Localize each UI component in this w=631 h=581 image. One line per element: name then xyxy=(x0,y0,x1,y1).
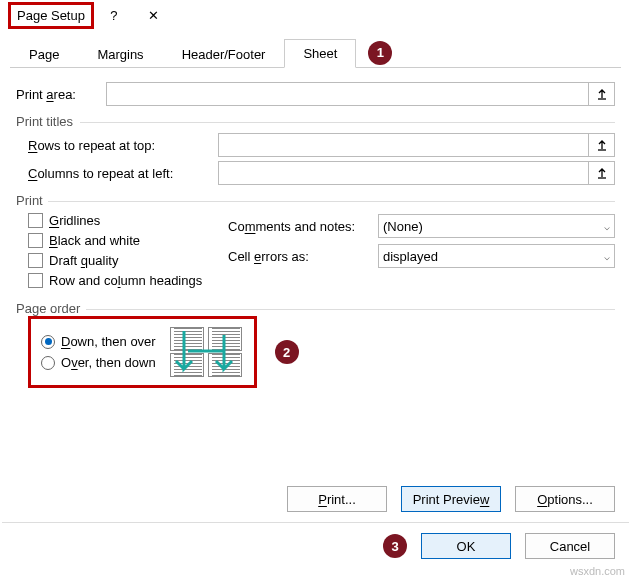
annotation-badge-1: 1 xyxy=(368,41,392,65)
row-col-headings-label: Row and column headings xyxy=(49,273,202,288)
cell-errors-label: Cell errors as: xyxy=(228,249,378,264)
draft-quality-checkbox[interactable] xyxy=(28,253,43,268)
cols-repeat-range-picker[interactable] xyxy=(589,161,615,185)
range-arrow-icon xyxy=(596,139,608,151)
cell-errors-select[interactable]: displayed ⌵ xyxy=(378,244,615,268)
over-then-down-label: Over, then down xyxy=(61,355,156,370)
comments-select[interactable]: (None) ⌵ xyxy=(378,214,615,238)
gridlines-label: Gridlines xyxy=(49,213,100,228)
page-order-legend: Page order xyxy=(16,301,615,316)
rows-repeat-label: Rows to repeat at top: xyxy=(28,138,218,153)
annotation-badge-2: 2 xyxy=(275,340,299,364)
chevron-down-icon: ⌵ xyxy=(604,221,610,232)
range-arrow-icon xyxy=(596,167,608,179)
gridlines-checkbox[interactable] xyxy=(28,213,43,228)
comments-label: Comments and notes: xyxy=(228,219,378,234)
rows-repeat-input[interactable] xyxy=(218,133,589,157)
cancel-button[interactable]: Cancel xyxy=(525,533,615,559)
row-col-headings-checkbox[interactable] xyxy=(28,273,43,288)
radio-icon xyxy=(41,335,55,349)
dialog-content: Print area: Print titles Rows to repeat … xyxy=(0,68,631,476)
tab-sheet[interactable]: Sheet xyxy=(284,39,356,68)
print-area-input[interactable] xyxy=(106,82,589,106)
black-white-checkbox[interactable] xyxy=(28,233,43,248)
down-then-over-radio[interactable]: Down, then over xyxy=(41,334,156,349)
print-area-range-picker[interactable] xyxy=(589,82,615,106)
radio-icon xyxy=(41,356,55,370)
ok-button[interactable]: OK xyxy=(421,533,511,559)
annotation-badge-3: 3 xyxy=(383,534,407,558)
print-button[interactable]: Print... xyxy=(287,486,387,512)
over-then-down-radio[interactable]: Over, then down xyxy=(41,355,156,370)
dialog-title: Page Setup xyxy=(8,2,94,29)
print-area-row: Print area: xyxy=(16,82,615,106)
chevron-down-icon: ⌵ xyxy=(604,251,610,262)
page-order-preview xyxy=(168,325,248,379)
options-button[interactable]: Options... xyxy=(515,486,615,512)
action-buttons-row: Print... Print Preview Options... xyxy=(0,476,631,522)
tab-page[interactable]: Page xyxy=(10,40,78,68)
print-area-label: Print area: xyxy=(16,87,106,102)
tab-header-footer[interactable]: Header/Footer xyxy=(163,40,285,68)
tabbar: Page Margins Header/Footer Sheet 1 xyxy=(10,38,621,68)
watermark: wsxdn.com xyxy=(570,565,625,577)
comments-value: (None) xyxy=(383,219,423,234)
print-checkboxes: Gridlines Black and white Draft quality … xyxy=(28,208,208,293)
print-titles-legend: Print titles xyxy=(16,114,615,129)
cols-repeat-input[interactable] xyxy=(218,161,589,185)
rows-repeat-range-picker[interactable] xyxy=(589,133,615,157)
cell-errors-value: displayed xyxy=(383,249,438,264)
footer-buttons-row: 3 OK Cancel xyxy=(0,523,631,581)
page-setup-dialog: Page Setup ? ✕ Page Margins Header/Foote… xyxy=(0,0,631,581)
range-arrow-icon xyxy=(596,88,608,100)
tab-margins[interactable]: Margins xyxy=(78,40,162,68)
titlebar: Page Setup ? ✕ xyxy=(0,0,631,30)
print-preview-button[interactable]: Print Preview xyxy=(401,486,501,512)
help-button[interactable]: ? xyxy=(94,1,134,29)
order-arrow-icon xyxy=(168,325,248,379)
cols-repeat-label: Columns to repeat at left: xyxy=(28,166,218,181)
down-then-over-label: Down, then over xyxy=(61,334,156,349)
black-white-label: Black and white xyxy=(49,233,140,248)
print-legend: Print xyxy=(16,193,615,208)
draft-quality-label: Draft quality xyxy=(49,253,118,268)
close-button[interactable]: ✕ xyxy=(134,1,174,29)
